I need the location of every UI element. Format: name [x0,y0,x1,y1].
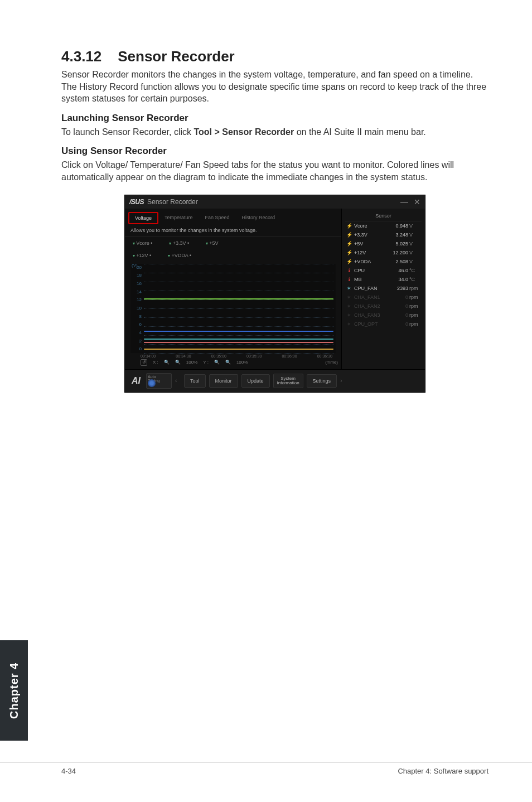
sensor-row: 🌡CPU46.0°C [345,266,422,275]
close-icon[interactable]: ✕ [414,197,420,206]
minimize-icon[interactable]: — [400,197,408,206]
zoom-reset-icon[interactable]: ↺ [141,359,147,366]
sensor-panel: Sensor ⚡Vcore0.948V⚡+3.3V3.248V⚡+5V5.025… [341,209,425,369]
sensor-label: CPU_FAN [352,286,390,291]
sensor-label: CPU [352,268,390,273]
zoom-x-in-icon[interactable]: 🔍 [164,360,170,365]
tab-temperature[interactable]: Temperature [158,212,199,224]
sensor-value: 5.025 [390,241,408,247]
tab-fan-speed[interactable]: Fan Speed [199,212,236,224]
x-tick: 00:36:30 [317,354,332,358]
sensor-unit: °C [408,268,420,273]
sensor-unit: °C [408,277,420,282]
sensor-label: +5V [352,241,390,247]
y-tick: 2 [139,339,142,344]
sensor-value: 12.200 [390,250,408,255]
sensor-value: 34.0 [390,277,408,282]
voltage-chart: (V) 20181614121086420 [130,264,336,353]
asus-logo: /SUS [129,198,144,206]
sensor-value: 0 [390,294,408,300]
scroll-right-icon[interactable]: › [340,378,346,384]
bottom-sysinfo-button[interactable]: System Information [273,374,303,388]
sensor-value: 0.948 [390,223,408,229]
launch-heading: Launching Sensor Recorder [61,113,489,124]
footer-chapter-label: Chapter 4: Software support [398,767,489,775]
sensor-unit: V [408,241,420,247]
toggle-vcore[interactable]: Vcore • [133,240,152,246]
bottom-update-button[interactable]: Update [241,374,270,388]
sensor-type-icon: ✶ [346,286,352,291]
sensor-label: +12V [352,250,390,255]
using-paragraph: Click on Voltage/ Temperature/ Fan Speed… [61,159,489,183]
y-tick: 18 [137,273,142,278]
sensor-row: ✶CHA_FAN30rpm [345,311,422,320]
series-line [144,342,333,343]
x-tick: 00:35:00 [211,354,226,358]
section-heading: 4.3.12 Sensor Recorder [61,48,489,65]
sensor-type-icon: ✶ [346,321,352,327]
scroll-left-icon[interactable]: ‹ [175,378,181,384]
auto-tuning-button[interactable]: Auto Tuning [146,373,172,389]
toggle-12v[interactable]: +12V • [133,253,151,258]
sensor-unit: V [408,223,420,229]
sensor-type-icon: ✶ [346,294,352,300]
tab-description: Allows you to monitor the changes in the… [125,224,341,237]
sensor-unit: rpm [408,303,420,309]
sensor-label: CPU_OPT [352,321,390,327]
series-toggle-row-1: Vcore • +3.3V • +5V [125,237,341,249]
bottom-settings-button[interactable]: Settings [307,374,337,388]
bottom-monitor-button[interactable]: Monitor [209,374,238,388]
sensor-value: 3.248 [390,232,408,238]
zoom-y-label: Y : [203,360,209,365]
sensor-label: CHA_FAN3 [352,312,390,318]
toggle-3v3[interactable]: +3.3V • [169,240,189,246]
sensor-label: MB [352,277,390,282]
footer-page-number: 4-34 [61,767,76,775]
window-title: Sensor Recorder [147,198,198,206]
y-tick: 16 [137,281,142,286]
toggle-5v[interactable]: +5V [206,240,219,246]
sensor-value: 2393 [390,286,408,291]
x-axis: 00:34:0000:34:3000:35:0000:35:3000:36:00… [125,353,341,358]
zoom-y-out-icon[interactable]: 🔍 [225,360,231,365]
sensor-row: ✶CPU_OPT0rpm [345,320,422,328]
auto-tuning-knob-icon [148,379,156,387]
tab-voltage[interactable]: Voltage [128,212,158,224]
sensor-row: ⚡+VDDA2.508V [345,257,422,266]
section-title: Sensor Recorder [118,48,235,65]
ai-suite-bottom-bar: AI Auto Tuning ‹ Tool Monitor Update Sys… [125,369,425,392]
sensor-value: 0 [390,303,408,309]
sensor-type-icon: 🌡 [346,268,352,273]
x-tick: 00:34:00 [141,354,156,358]
zoom-y-value: 100% [236,360,248,365]
sensor-row: 🌡MB34.0°C [345,275,422,284]
sensor-unit: rpm [408,286,420,291]
using-heading: Using Sensor Recorder [61,146,489,157]
sensor-label: Vcore [352,223,390,229]
launch-bold: Tool > Sensor Recorder [194,127,294,137]
sensor-type-icon: 🌡 [346,277,352,282]
bottom-tool-button[interactable]: Tool [184,374,206,388]
sensor-label: CHA_FAN1 [352,294,390,300]
sensor-type-icon: ⚡ [346,259,352,264]
sensor-type-icon: ⚡ [346,223,352,229]
toggle-vdda[interactable]: +VDDA • [168,253,191,258]
sensor-unit: rpm [408,321,420,327]
titlebar: /SUS Sensor Recorder — ✕ [125,195,425,209]
page-footer: 4-34 Chapter 4: Software support [0,762,532,775]
y-tick: 12 [137,297,142,302]
sensor-value: 46.0 [390,268,408,273]
sensor-type-icon: ⚡ [346,241,352,247]
launch-paragraph: To launch Sensor Recorder, click Tool > … [61,126,489,138]
sensor-row: ✶CHA_FAN20rpm [345,302,422,311]
zoom-y-in-icon[interactable]: 🔍 [214,360,220,365]
sensor-panel-header: Sensor [345,211,422,221]
zoom-x-out-icon[interactable]: 🔍 [175,360,181,365]
tab-bar: Voltage Temperature Fan Speed History Re… [125,209,341,224]
series-toggle-row-2: +12V • +VDDA • [125,249,341,262]
tab-history-record[interactable]: History Record [236,212,282,224]
intro-paragraph: Sensor Recorder monitors the changes in … [61,69,489,105]
section-number: 4.3.12 [61,48,101,65]
sensor-unit: V [408,232,420,238]
sensor-label: +VDDA [352,259,390,264]
